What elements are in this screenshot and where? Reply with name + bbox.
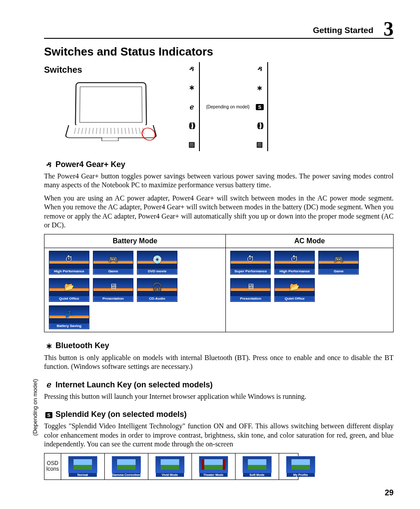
osd-cell: Normal bbox=[61, 453, 105, 479]
page-title: Switches and Status Indicators bbox=[44, 45, 394, 59]
osd-thumb-icon bbox=[68, 456, 97, 473]
splendid-badge-icon: S bbox=[44, 410, 54, 419]
mode-label: Game bbox=[319, 269, 358, 274]
mode-glyph-icon: 📂 bbox=[290, 282, 299, 292]
mode-glyph-icon: 🎮 bbox=[334, 255, 343, 264]
wifi-icon: ı bbox=[256, 122, 264, 130]
mode-glyph-icon: 💤 bbox=[64, 309, 74, 319]
wifi-icon: ı bbox=[188, 122, 195, 130]
touchpad-icon: ▨ bbox=[256, 140, 264, 149]
bluetooth-icon: ∗ bbox=[188, 83, 195, 92]
mode-tile: 💿DVD movie bbox=[137, 251, 177, 275]
battery-mode-header: Battery Mode bbox=[44, 234, 226, 248]
osd-thumb-icon bbox=[112, 456, 141, 473]
osd-thumb-icon bbox=[243, 456, 272, 473]
osd-label: Theater Mode bbox=[199, 473, 228, 477]
mode-label: Quiet Office bbox=[49, 296, 89, 301]
osd-cell: My Profile bbox=[279, 453, 322, 479]
osd-cell: Gamma Correction bbox=[105, 453, 148, 479]
globe-icon: ℯ bbox=[44, 380, 54, 390]
osd-cell: Soft Mode bbox=[236, 453, 279, 479]
touchpad-icon: ▨ bbox=[188, 140, 195, 149]
osd-cell: Vivid Mode bbox=[148, 453, 192, 479]
mode-label: Game bbox=[93, 269, 133, 274]
runner-icon: ዳ bbox=[188, 65, 195, 73]
section-name: Getting Started bbox=[313, 26, 373, 35]
bluetooth-icon: ∗ bbox=[256, 84, 264, 92]
mode-label: High Performance bbox=[49, 269, 89, 274]
osd-thumb-icon bbox=[155, 456, 184, 473]
globe-icon: ℯ bbox=[188, 103, 195, 111]
power4-para-1: The Power4 Gear+ button toggles power sa… bbox=[44, 172, 394, 189]
osd-label: Soft Mode bbox=[243, 473, 271, 477]
internet-para: Pressing this button will launch your In… bbox=[44, 392, 394, 401]
splendid-heading: Splendid Key (on selected models) bbox=[55, 410, 187, 419]
mode-glyph-icon: 💿 bbox=[152, 255, 162, 264]
laptop-illustration bbox=[44, 78, 176, 148]
bluetooth-heading: Bluetooth Key bbox=[55, 341, 109, 350]
mode-glyph-icon: ⏱ bbox=[247, 255, 254, 264]
mode-glyph-icon: 🖥 bbox=[247, 282, 254, 291]
osd-icon-row: OSD Icons NormalGamma CorrectionVivid Mo… bbox=[44, 453, 298, 480]
mode-label: Battery Saving bbox=[49, 323, 89, 329]
mode-tile: 🎮Game bbox=[93, 251, 133, 275]
splendid-para: Toggles "Splendid Video Intelligent Tech… bbox=[44, 422, 394, 448]
mode-glyph-icon: 🎧 bbox=[152, 282, 162, 292]
power4-para-2: When you are using an AC power adapter, … bbox=[44, 194, 394, 230]
ac-mode-header: AC Mode bbox=[226, 234, 394, 248]
switch-panels: ዳ ∗ ℯ ı ▨ (Depending on model) ዳ ∗ S ı ▨ bbox=[186, 62, 270, 151]
runner-icon: ዳ bbox=[256, 65, 264, 73]
mode-glyph-icon: ⏱ bbox=[65, 255, 73, 264]
splendid-badge-icon: S bbox=[256, 103, 264, 111]
osd-label: Gamma Correction bbox=[112, 473, 140, 477]
power-mode-table: Battery Mode AC Mode ⏱High Performance🎮G… bbox=[44, 234, 394, 332]
osd-thumb-icon bbox=[199, 456, 228, 473]
internet-heading: Internet Launch Key (on selected models) bbox=[55, 380, 213, 390]
runner-icon: ዳ bbox=[44, 160, 54, 169]
mode-label: Quiet Office bbox=[275, 296, 314, 301]
mode-glyph-icon: ⏱ bbox=[291, 255, 298, 264]
mode-label: Super Performance bbox=[231, 269, 270, 274]
mode-label: High Performance bbox=[275, 269, 314, 274]
mode-glyph-icon: 📂 bbox=[64, 282, 74, 292]
mode-tile: 📂Quiet Office bbox=[274, 278, 315, 302]
osd-thumb-icon bbox=[286, 456, 315, 473]
chapter-number: 3 bbox=[383, 17, 394, 41]
mode-tile: 🎮Game bbox=[318, 251, 359, 275]
osd-label: Vivid Mode bbox=[156, 473, 184, 477]
bluetooth-icon: ∗ bbox=[44, 341, 54, 351]
mode-label: CD-Audio bbox=[137, 296, 177, 301]
mode-label: Presentation bbox=[93, 296, 133, 301]
switches-heading: Switches bbox=[44, 65, 176, 75]
mode-tile: 🎧CD-Audio bbox=[137, 278, 177, 302]
mode-glyph-icon: 🖥 bbox=[109, 282, 117, 291]
mode-tile: 💤Battery Saving bbox=[49, 305, 89, 329]
mode-tile: 🖥Presentation bbox=[93, 278, 133, 302]
mode-glyph-icon: 🎮 bbox=[108, 255, 118, 264]
osd-label: My Profile bbox=[287, 473, 315, 477]
mode-label: Presentation bbox=[231, 296, 270, 301]
mode-tile: ⏱High Performance bbox=[274, 251, 315, 275]
mode-label: DVD movie bbox=[137, 269, 177, 274]
mode-tile: 🖥Presentation bbox=[230, 278, 271, 302]
mode-tile: ⏱High Performance bbox=[49, 251, 89, 275]
bluetooth-para: This button is only applicable on models… bbox=[44, 353, 394, 371]
osd-cell: Theater Mode bbox=[192, 453, 236, 479]
mode-tile: ⏱Super Performance bbox=[230, 251, 271, 275]
power4-heading: Power4 Gear+ Key bbox=[55, 160, 125, 169]
mode-tile: 📂Quiet Office bbox=[49, 278, 89, 302]
depending-note: (Depending on model) bbox=[206, 104, 250, 109]
page-header: Getting Started 3 bbox=[44, 18, 394, 39]
page-number: 29 bbox=[385, 488, 394, 498]
osd-label: Normal bbox=[69, 473, 97, 477]
osd-caption: OSD Icons bbox=[44, 453, 61, 479]
depending-vertical-note: (Depending on model) bbox=[32, 379, 38, 436]
